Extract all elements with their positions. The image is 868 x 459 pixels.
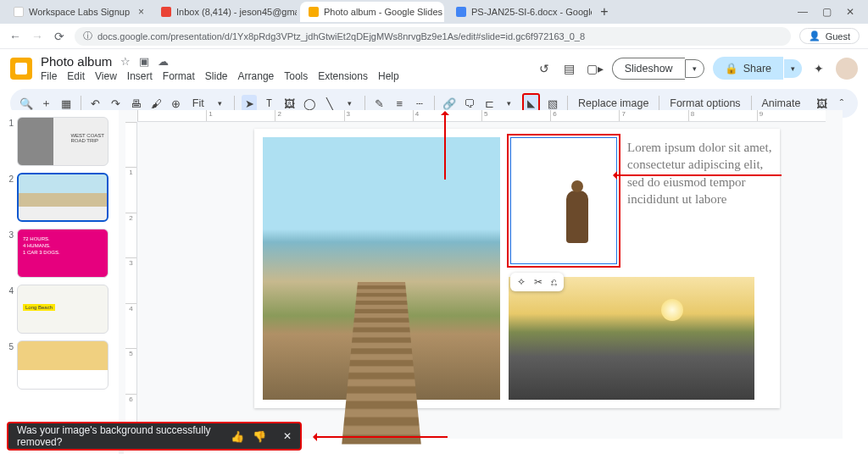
history-icon[interactable]: ↺ bbox=[536, 62, 553, 75]
menu-file[interactable]: File bbox=[41, 70, 57, 82]
browser-tabstrip: Workspace Labs Signup× Inbox (8,414) - j… bbox=[0, 0, 868, 24]
slide-image-beach[interactable] bbox=[263, 137, 500, 400]
slide-thumbnail[interactable]: Long Beach bbox=[17, 285, 108, 334]
gemini-icon[interactable]: ✦ bbox=[810, 62, 827, 75]
reload-icon[interactable]: ⟳ bbox=[53, 30, 66, 43]
slide-thumbnail[interactable]: WEST COAST ROAD TRIP bbox=[17, 117, 108, 166]
comment-add-icon[interactable]: 🗨 bbox=[461, 95, 476, 112]
annotation-arrow bbox=[314, 436, 448, 438]
back-icon[interactable]: ← bbox=[8, 30, 22, 43]
comments-icon[interactable]: ▤ bbox=[561, 62, 578, 75]
menu-bar: File Edit View Insert Format Slide Arran… bbox=[41, 70, 399, 82]
hiker-cutout bbox=[566, 191, 588, 243]
browser-tab[interactable]: Workspace Labs Signup× bbox=[5, 2, 149, 22]
side-panel-rail bbox=[843, 110, 868, 439]
close-icon[interactable]: × bbox=[138, 6, 144, 18]
favicon-icon bbox=[456, 7, 466, 17]
menu-slide[interactable]: Slide bbox=[205, 70, 228, 82]
chevron-down-icon[interactable]: ▾ bbox=[502, 95, 517, 112]
menu-arrange[interactable]: Arrange bbox=[238, 70, 275, 82]
browser-tab[interactable]: PS-JAN25-SI-6.docx - Google D…× bbox=[448, 2, 592, 22]
browser-toolbar: ← → ⟳ ⓘ docs.google.com/presentation/d/1… bbox=[0, 24, 868, 49]
border-weight-icon[interactable]: ≡ bbox=[392, 95, 407, 112]
slide-thumbnail-selected[interactable] bbox=[17, 173, 108, 222]
paint-format-icon[interactable]: 🖌 bbox=[148, 95, 164, 112]
crop-icon[interactable]: ✂ bbox=[534, 276, 542, 288]
reset-icon[interactable]: ⎌ bbox=[551, 276, 557, 288]
chevron-down-icon[interactable]: ▾ bbox=[213, 95, 228, 112]
border-dash-icon[interactable]: ┄ bbox=[412, 95, 427, 112]
line-icon[interactable]: ╲ bbox=[322, 95, 337, 112]
border-color-icon[interactable]: ✎ bbox=[372, 95, 387, 112]
redo-icon[interactable]: ↷ bbox=[108, 95, 124, 112]
image-icon[interactable]: 🖼 bbox=[282, 95, 298, 112]
move-icon[interactable]: ▣ bbox=[139, 55, 149, 68]
menu-insert[interactable]: Insert bbox=[127, 70, 153, 82]
chevron-down-icon[interactable]: ▾ bbox=[685, 59, 704, 78]
ruler-vertical: 123456 bbox=[125, 122, 137, 439]
account-avatar[interactable] bbox=[836, 58, 858, 80]
slide-text-lorem[interactable]: Lorem ipsum dolor sit amet, consectetur … bbox=[627, 139, 776, 207]
crop-icon[interactable]: ⊏ bbox=[481, 95, 497, 112]
slide[interactable]: ✧ ✂ ⎌ Lorem ipsum dolor sit amet, consec… bbox=[254, 129, 780, 408]
address-bar[interactable]: ⓘ docs.google.com/presentation/d/1Yx8pRd… bbox=[75, 27, 791, 46]
cloud-icon[interactable]: ☁ bbox=[158, 55, 169, 68]
url-text: docs.google.com/presentation/d/1Yx8pRdg3… bbox=[97, 31, 585, 41]
slide-thumbnail[interactable] bbox=[17, 340, 108, 390]
menu-edit[interactable]: Edit bbox=[67, 70, 85, 82]
select-tool-icon[interactable]: ➤ bbox=[242, 95, 257, 112]
menu-format[interactable]: Format bbox=[163, 70, 195, 82]
feedback-toast: Was your image's background successfully… bbox=[7, 422, 302, 451]
search-icon[interactable]: 🔍 bbox=[19, 95, 34, 112]
image-options-icon[interactable]: 🖼 bbox=[814, 95, 829, 112]
menu-view[interactable]: View bbox=[95, 70, 117, 82]
thumbs-down-icon[interactable]: 👎 bbox=[253, 430, 266, 443]
guest-icon: 👤 bbox=[809, 30, 821, 41]
print-icon[interactable]: 🖶 bbox=[129, 95, 144, 112]
site-info-icon[interactable]: ⓘ bbox=[83, 30, 92, 42]
new-slide-icon[interactable]: ＋ bbox=[39, 95, 54, 112]
animate-button[interactable]: Animate bbox=[759, 97, 804, 109]
close-window-icon[interactable]: ✕ bbox=[844, 6, 856, 18]
hide-menus-icon[interactable]: ˆ bbox=[834, 95, 849, 112]
slide-thumbnail[interactable]: 72 HOURS.4 HUMANS.1 CAR 3 DOGS. bbox=[17, 229, 108, 278]
layout-icon[interactable]: ▦ bbox=[58, 95, 74, 112]
lock-icon: 🔒 bbox=[725, 62, 738, 75]
minimize-icon[interactable]: — bbox=[797, 6, 809, 18]
profile-button[interactable]: 👤 Guest bbox=[799, 28, 860, 44]
new-tab-button[interactable]: + bbox=[595, 3, 614, 21]
menu-help[interactable]: Help bbox=[378, 70, 399, 82]
doc-title[interactable]: Photo album bbox=[41, 54, 112, 69]
slide-image-road[interactable] bbox=[509, 277, 754, 400]
image-floating-toolbar: ✧ ✂ ⎌ bbox=[510, 273, 564, 291]
browser-tab-active[interactable]: Photo album - Google Slides× bbox=[300, 2, 444, 22]
browser-tab[interactable]: Inbox (8,414) - jeson45@gmail…× bbox=[153, 2, 297, 22]
star-icon[interactable]: ☆ bbox=[120, 55, 131, 68]
mask-image-icon[interactable]: ▧ bbox=[545, 95, 560, 112]
meet-icon[interactable]: ▢▸ bbox=[587, 62, 604, 75]
maximize-icon[interactable]: ▢ bbox=[821, 6, 832, 18]
chevron-down-icon[interactable]: ▾ bbox=[784, 59, 802, 78]
textbox-icon[interactable]: Ｔ bbox=[262, 95, 277, 112]
ruler-horizontal: 123456789 bbox=[137, 110, 826, 122]
zoom-icon[interactable]: ⊕ bbox=[169, 95, 184, 112]
thumbs-up-icon[interactable]: 👍 bbox=[231, 430, 244, 443]
forward-icon[interactable]: → bbox=[31, 30, 44, 43]
zoom-fit[interactable]: Fit bbox=[189, 97, 208, 109]
toast-message: Was your image's background successfully… bbox=[17, 424, 222, 448]
replace-image-button[interactable]: Replace image bbox=[575, 97, 652, 109]
slides-logo-icon[interactable] bbox=[10, 58, 32, 80]
selected-image[interactable] bbox=[507, 134, 620, 268]
menu-tools[interactable]: Tools bbox=[284, 70, 308, 82]
menu-extensions[interactable]: Extensions bbox=[318, 70, 368, 82]
chevron-down-icon[interactable]: ▾ bbox=[342, 95, 358, 112]
favicon-icon bbox=[161, 7, 171, 17]
share-button[interactable]: 🔒Share▾ bbox=[713, 57, 802, 80]
format-options-button[interactable]: Format options bbox=[666, 97, 743, 109]
undo-icon[interactable]: ↶ bbox=[88, 95, 103, 112]
close-icon[interactable]: ✕ bbox=[283, 430, 292, 442]
magic-eraser-icon[interactable]: ✧ bbox=[517, 276, 526, 288]
slideshow-button[interactable]: Slideshow▾ bbox=[612, 58, 704, 80]
shape-icon[interactable]: ◯ bbox=[302, 95, 317, 112]
slide-canvas-area: 123456789 123456 ✧ ✂ ⎌ Lorem ipsum dolor… bbox=[119, 110, 843, 439]
